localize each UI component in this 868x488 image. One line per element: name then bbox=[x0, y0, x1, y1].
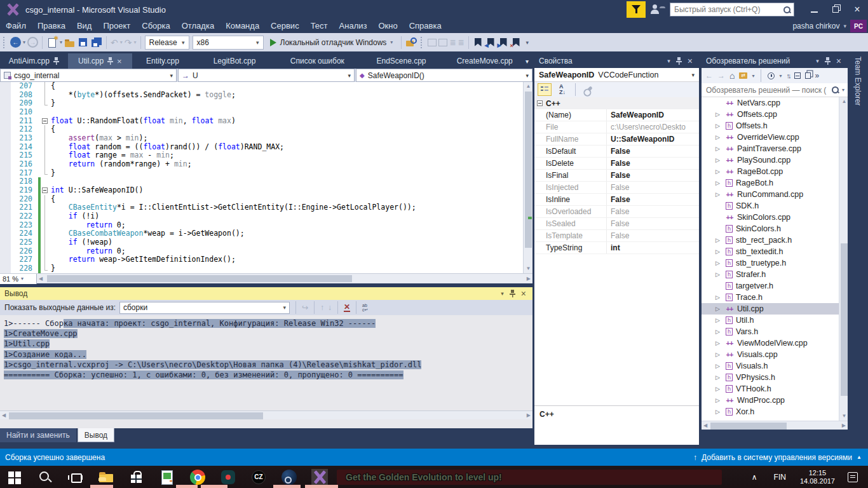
property-value[interactable]: False bbox=[607, 194, 699, 205]
solution-search-box[interactable]: ▾ bbox=[702, 83, 848, 97]
property-value[interactable]: False bbox=[607, 158, 699, 169]
navigate-forward-icon[interactable]: → bbox=[27, 37, 38, 48]
project-dropdown[interactable]: csgo_internal ▾ bbox=[0, 69, 177, 82]
pin-icon[interactable] bbox=[510, 290, 515, 297]
redo-icon[interactable]: ↷ bbox=[125, 37, 132, 48]
code-line[interactable]: 213 assert(max > min); bbox=[11, 134, 523, 143]
property-value[interactable]: SafeWeaponID bbox=[607, 109, 699, 121]
menu-item-11[interactable]: Справка bbox=[403, 21, 447, 30]
expand-icon[interactable]: ▷ bbox=[715, 271, 722, 278]
expand-icon[interactable]: ▷ bbox=[715, 123, 722, 129]
window-position-icon[interactable]: ▾ bbox=[816, 58, 819, 64]
property-row-fullname[interactable]: FullNameU::SafeWeaponID bbox=[534, 133, 699, 146]
expand-icon[interactable]: ▷ bbox=[715, 294, 722, 301]
toolbar-overflow-icon[interactable]: ▾ bbox=[526, 39, 529, 46]
code-line[interactable]: 228} bbox=[11, 264, 523, 273]
document-tab-util-cpp[interactable]: Util.cpp× bbox=[68, 53, 132, 69]
close-icon[interactable]: × bbox=[836, 56, 841, 66]
switch-views-icon[interactable]: ⇄ bbox=[739, 72, 747, 79]
chevron-down-icon[interactable]: ▾ bbox=[134, 39, 137, 45]
document-tab-createmove-cpp[interactable]: CreateMove.cpp bbox=[444, 53, 526, 69]
expand-icon[interactable]: ▷ bbox=[715, 374, 722, 381]
tree-item-ragebot-cpp[interactable]: ▷++RageBot.cpp bbox=[702, 166, 839, 177]
chevron-down-icon[interactable]: ▾ bbox=[843, 23, 846, 29]
next-bookmark-icon[interactable]: ▶ bbox=[498, 37, 509, 48]
menu-item-0[interactable]: Файл bbox=[0, 21, 32, 30]
code-line[interactable]: 217} bbox=[11, 169, 523, 178]
tree-item-visuals-h[interactable]: ▷hVisuals.h bbox=[702, 360, 839, 372]
undo-icon[interactable]: ↶ bbox=[111, 37, 118, 48]
new-item-icon[interactable] bbox=[46, 37, 58, 48]
output-line[interactable]: 1>Создание кода... bbox=[4, 349, 532, 360]
file-explorer-icon[interactable] bbox=[98, 469, 114, 485]
property-row-isinjected[interactable]: IsInjectedFalse bbox=[534, 182, 699, 194]
member-dropdown[interactable]: ◆ SafeWeaponID() ▾ bbox=[356, 69, 532, 82]
find-in-files-icon[interactable] bbox=[405, 37, 417, 48]
expand-icon[interactable]: ▷ bbox=[715, 191, 722, 198]
code-line[interactable]: 208 *(byte*)(offsets.SendPacket) = toggl… bbox=[11, 91, 523, 100]
collapse-all-icon[interactable] bbox=[794, 72, 801, 79]
scrollbar-thumb[interactable] bbox=[47, 275, 352, 282]
code-line[interactable]: 209} bbox=[11, 99, 523, 108]
tree-item-ragebot-h[interactable]: ▷hRageBot.h bbox=[702, 177, 839, 189]
expand-icon[interactable]: ▷ bbox=[715, 409, 722, 415]
property-row-issealed[interactable]: IsSealedFalse bbox=[534, 218, 699, 230]
menu-item-8[interactable]: Тест bbox=[305, 21, 334, 30]
output-source-dropdown[interactable]: сборки ▾ bbox=[119, 302, 290, 314]
property-value[interactable]: False bbox=[607, 146, 699, 157]
code-line[interactable]: 225 if (!weap) bbox=[11, 238, 523, 247]
action-center-icon[interactable] bbox=[846, 471, 859, 483]
tree-item-trace-h[interactable]: ▷hTrace.h bbox=[702, 292, 839, 303]
zoom-dropdown[interactable]: 81 % ▾ bbox=[0, 274, 37, 284]
code-line[interactable]: 224 CBaseCombatWeapon*weap = i->GetWeapo… bbox=[11, 229, 523, 238]
solution-explorer-header[interactable]: Обозреватель решений ▾ × bbox=[702, 54, 848, 68]
pin-icon[interactable] bbox=[107, 57, 113, 65]
code-line[interactable]: 210 bbox=[11, 108, 523, 117]
code-line[interactable]: 216 return (random*range) + min; bbox=[11, 160, 523, 169]
chevron-down-icon[interactable]: ▾ bbox=[23, 39, 25, 45]
code-line[interactable]: 207{ bbox=[11, 82, 523, 91]
menu-item-2[interactable]: Вид bbox=[71, 21, 98, 30]
scroll-down-icon[interactable]: ▼ bbox=[524, 264, 532, 273]
start-icon[interactable] bbox=[6, 469, 23, 485]
collapse-region-icon[interactable] bbox=[42, 118, 48, 124]
forward-icon[interactable]: → bbox=[717, 72, 725, 79]
property-row-istemplate[interactable]: IsTemplateFalse bbox=[534, 230, 699, 242]
tree-item-stb-truetype-h[interactable]: ▷hstb_truetype.h bbox=[702, 257, 839, 269]
expand-icon[interactable]: ▷ bbox=[715, 157, 722, 163]
properties-object-dropdown[interactable]: SafeWeaponID VCCodeFunction ▾ bbox=[534, 68, 699, 82]
expand-icon[interactable]: ▷ bbox=[715, 386, 722, 392]
expand-icon[interactable]: ▷ bbox=[715, 260, 722, 266]
show-hidden-icons-chevron[interactable]: ∧ bbox=[743, 473, 766, 482]
solution-vertical-scrollbar[interactable]: ▲ ▼ bbox=[839, 97, 848, 421]
property-row-isdelete[interactable]: IsDeleteFalse bbox=[534, 158, 699, 170]
expand-icon[interactable]: ▷ bbox=[715, 168, 722, 175]
expand-icon[interactable]: ▷ bbox=[715, 237, 722, 243]
pending-changes-filter-icon[interactable] bbox=[768, 72, 775, 79]
tree-item-netvars-cpp[interactable]: ++NetVars.cpp bbox=[702, 97, 839, 109]
quick-launch-box[interactable] bbox=[670, 3, 794, 17]
property-value[interactable]: c:\Users\necro\Deskto bbox=[607, 121, 699, 133]
code-line[interactable]: 218 bbox=[11, 177, 523, 186]
chevron-down-icon[interactable]: ▾ bbox=[60, 39, 62, 45]
property-row-isdefault[interactable]: IsDefaultFalse bbox=[534, 146, 699, 158]
close-icon[interactable]: × bbox=[688, 56, 693, 66]
toolbar-overflow-icon[interactable]: » bbox=[815, 72, 820, 79]
cz-app-icon[interactable] bbox=[250, 469, 267, 485]
document-tab-endscene-cpp[interactable]: EndScene.cpp bbox=[359, 53, 444, 69]
tree-item-painttraverse-cpp[interactable]: ▷++PaintTraverse.cpp bbox=[702, 143, 839, 154]
expand-icon[interactable]: ▷ bbox=[715, 146, 722, 152]
expand-icon[interactable]: ▷ bbox=[715, 351, 722, 358]
property-value[interactable]: U::SafeWeaponID bbox=[607, 133, 699, 145]
tree-item-stb-textedit-h[interactable]: ▷hstb_textedit.h bbox=[702, 246, 839, 257]
window-position-icon[interactable]: ▾ bbox=[501, 290, 504, 297]
editor-vertical-scrollbar[interactable]: ▲ ▼ bbox=[523, 82, 532, 273]
tree-item-skincolors-h[interactable]: hSkinColors.h bbox=[702, 223, 839, 234]
property-row-file[interactable]: Filec:\Users\necro\Deskto bbox=[534, 121, 699, 133]
code-line[interactable]: 226 return 0; bbox=[11, 247, 523, 256]
expand-icon[interactable]: ▷ bbox=[715, 340, 722, 346]
word-wrap-icon[interactable]: abc↵ bbox=[362, 303, 368, 312]
chevron-down-icon[interactable]: ▾ bbox=[842, 87, 844, 93]
property-row-name[interactable]: (Name)SafeWeaponID bbox=[534, 109, 699, 121]
save-all-icon[interactable] bbox=[91, 37, 102, 48]
